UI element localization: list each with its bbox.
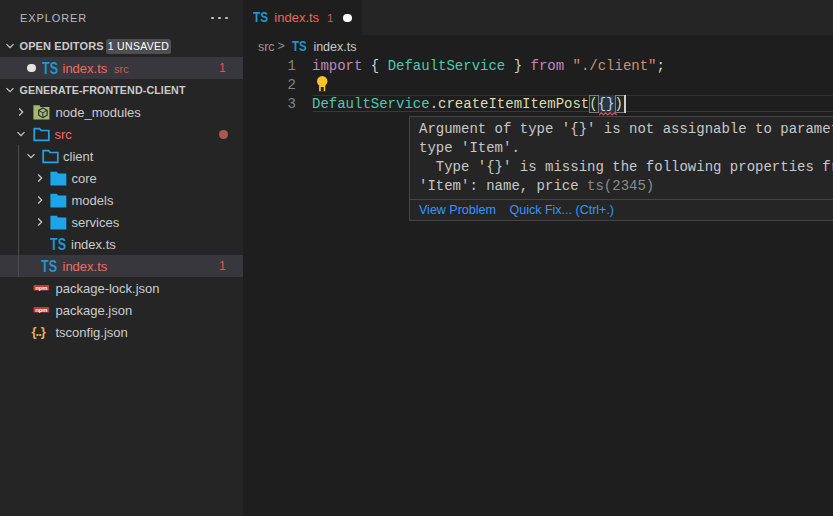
svg-text:TS: TS [41, 259, 57, 274]
svg-text:TS: TS [253, 9, 268, 23]
svg-text:TS: TS [42, 61, 58, 76]
svg-text:npm: npm [35, 307, 48, 313]
svg-text:npm: npm [35, 285, 48, 291]
svg-text:TS: TS [50, 237, 66, 252]
svg-text:TS: TS [292, 41, 307, 54]
